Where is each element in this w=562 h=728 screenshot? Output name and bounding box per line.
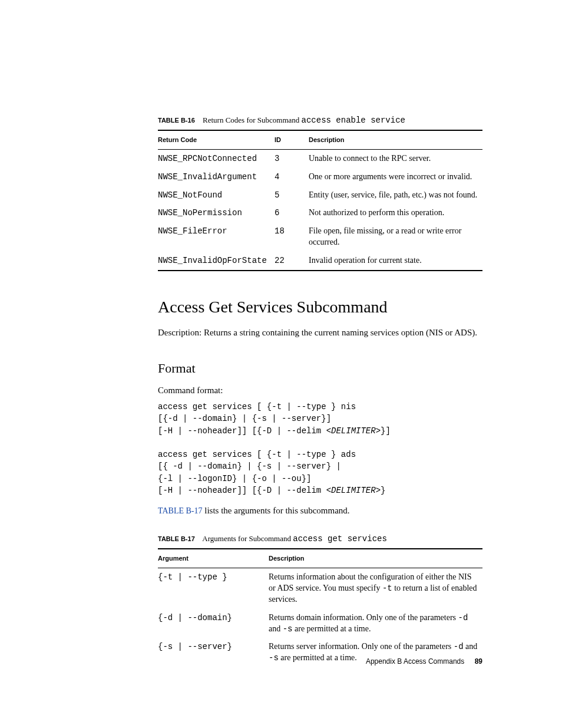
ref-line: TABLE B-17 lists the arguments for this … [158, 505, 482, 517]
page-number: 89 [475, 657, 482, 666]
cell-id: 6 [275, 204, 309, 222]
table-row: NWSE_NoPermission 6 Not authorized to pe… [158, 204, 482, 222]
table17-label: TABLE B-17 [158, 535, 195, 542]
page: TABLE B-16 Return Codes for Subcommand a… [0, 0, 562, 728]
table17: Argument Description {-t | --type } Retu… [158, 548, 482, 667]
table16: Return Code ID Description NWSE_RPCNotCo… [158, 130, 482, 271]
cell-arg: {-t | --type } [158, 568, 269, 608]
cell-code: NWSE_InvalidArgument [158, 168, 275, 186]
cell-desc: Not authorized to perform this operation… [309, 204, 482, 222]
table-row: NWSE_FileError 18 File open, file missin… [158, 222, 482, 252]
table17-title-code: access get services [293, 534, 387, 543]
xref-table17[interactable]: TABLE B-17 [158, 506, 202, 515]
section-desc: Description: Returns a string containing… [158, 327, 482, 338]
cell-desc: Invalid operation for current state. [309, 252, 482, 271]
table16-caption: TABLE B-16 Return Codes for Subcommand a… [158, 115, 482, 126]
table-row: {-t | --type } Returns information about… [158, 568, 482, 608]
cell-id: 3 [275, 149, 309, 167]
cell-code: NWSE_FileError [158, 222, 275, 252]
table17-title: Arguments for Subcommand [202, 534, 293, 543]
cell-desc: Returns information about the configurat… [269, 568, 482, 608]
table16-label: TABLE B-16 [158, 117, 195, 124]
section-heading: Access Get Services Subcommand [158, 296, 482, 318]
cell-desc: File open, file missing, or a read or wr… [309, 222, 482, 252]
format-heading: Format [158, 360, 482, 377]
cell-desc: Returns domain information. Only one of … [269, 609, 482, 638]
cell-desc: Unable to connect to the RPC server. [309, 149, 482, 167]
command-block-1: access get services [ {-t | --type } nis… [158, 401, 482, 496]
table-row: {-d | --domain} Returns domain informati… [158, 609, 482, 638]
table16-h3: Description [309, 130, 482, 149]
cell-desc: One or more arguments were incorrect or … [309, 168, 482, 186]
footer-text: Appendix B Access Commands [366, 657, 464, 666]
cell-code: NWSE_RPCNotConnected [158, 149, 275, 167]
cell-id: 4 [275, 168, 309, 186]
format-intro: Command format: [158, 384, 482, 396]
table16-h1: Return Code [158, 130, 275, 149]
table16-title-code: access enable service [302, 116, 405, 125]
table16-h2: ID [275, 130, 309, 149]
cell-code: NWSE_NotFound [158, 186, 275, 205]
table17-caption: TABLE B-17 Arguments for Subcommand acce… [158, 533, 482, 545]
table-row: NWSE_NotFound 5 Entity (user, service, f… [158, 186, 482, 205]
cell-id: 22 [275, 252, 309, 271]
cell-code: NWSE_NoPermission [158, 204, 275, 222]
cell-code: NWSE_InvalidOpForState [158, 252, 275, 271]
table16-title: Return Codes for Subcommand [203, 116, 302, 124]
cell-desc: Entity (user, service, file, path, etc.)… [309, 186, 482, 205]
table-row: NWSE_InvalidArgument 4 One or more argum… [158, 168, 482, 186]
footer: Appendix B Access Commands 89 [158, 657, 482, 666]
table17-h1: Argument [158, 549, 269, 568]
table-row: NWSE_InvalidOpForState 22 Invalid operat… [158, 252, 482, 271]
cell-id: 18 [275, 222, 309, 252]
ref-text: lists the arguments for this subcommand. [202, 506, 349, 515]
cell-arg: {-d | --domain} [158, 609, 269, 638]
table17-h2: Description [269, 549, 482, 568]
cell-id: 5 [275, 186, 309, 205]
table-row: NWSE_RPCNotConnected 3 Unable to connect… [158, 149, 482, 167]
